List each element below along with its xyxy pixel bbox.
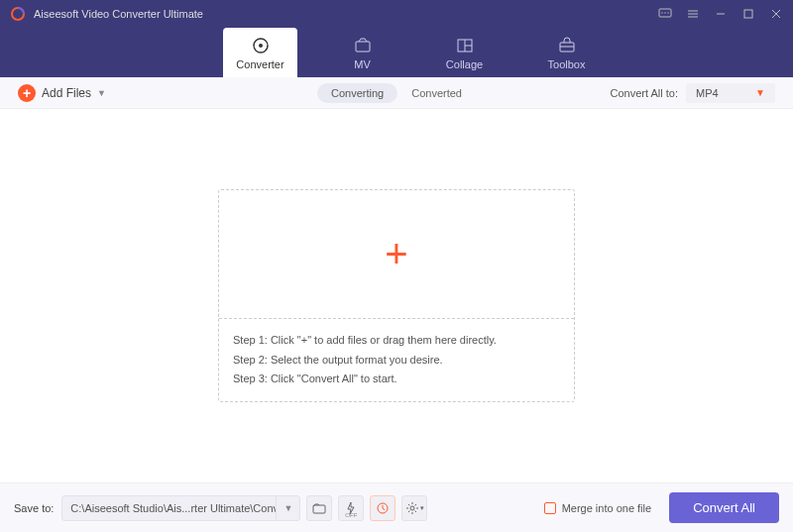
add-files-button[interactable]: + Add Files ▼ bbox=[18, 84, 106, 102]
svg-point-4 bbox=[667, 12, 668, 13]
open-folder-button[interactable] bbox=[306, 495, 332, 521]
plus-icon: + bbox=[18, 84, 36, 102]
hardware-accel-button[interactable]: OFF bbox=[338, 495, 364, 521]
dropzone-add[interactable]: + bbox=[219, 190, 574, 319]
convert-all-button[interactable]: Convert All bbox=[669, 492, 779, 523]
app-logo-icon bbox=[10, 6, 26, 22]
step-1: Step 1: Click "+" to add files or drag t… bbox=[233, 331, 560, 351]
save-path-box: C:\Aiseesoft Studio\Ais...rter Ultimate\… bbox=[61, 495, 300, 521]
plus-large-icon: + bbox=[385, 232, 407, 276]
format-value: MP4 bbox=[696, 87, 719, 99]
dropzone[interactable]: + Step 1: Click "+" to add files or drag… bbox=[218, 189, 575, 402]
tab-label: Collage bbox=[446, 58, 483, 70]
dropzone-steps: Step 1: Click "+" to add files or drag t… bbox=[219, 319, 574, 401]
step-3: Step 3: Click "Convert All" to start. bbox=[233, 370, 560, 389]
tab-collage[interactable]: Collage bbox=[427, 28, 502, 77]
app-title: Aiseesoft Video Converter Ultimate bbox=[34, 8, 658, 20]
feedback-icon[interactable] bbox=[658, 7, 672, 21]
svg-rect-20 bbox=[313, 505, 325, 513]
svg-point-13 bbox=[259, 44, 263, 48]
convert-all-to-label: Convert All to: bbox=[611, 87, 678, 99]
minimize-icon[interactable] bbox=[714, 7, 728, 21]
toolbox-icon bbox=[557, 36, 577, 55]
high-speed-button[interactable] bbox=[370, 495, 396, 521]
checkbox-icon bbox=[544, 502, 556, 514]
tab-toolbox[interactable]: Toolbox bbox=[529, 28, 604, 77]
save-path-value[interactable]: C:\Aiseesoft Studio\Ais...rter Ultimate\… bbox=[62, 502, 276, 514]
converter-icon bbox=[251, 36, 271, 55]
menu-icon[interactable] bbox=[686, 7, 700, 21]
mv-icon bbox=[353, 36, 373, 55]
path-dropdown[interactable]: ▼ bbox=[276, 496, 299, 520]
add-files-label: Add Files bbox=[42, 86, 91, 100]
tab-label: MV bbox=[354, 58, 371, 70]
close-icon[interactable] bbox=[769, 7, 783, 21]
merge-checkbox[interactable]: Merge into one file bbox=[544, 502, 652, 514]
titlebar: Aiseesoft Video Converter Ultimate bbox=[0, 0, 793, 28]
main-area: + Step 1: Click "+" to add files or drag… bbox=[0, 109, 793, 482]
status-segment: Converting Converted bbox=[317, 83, 476, 103]
svg-point-22 bbox=[410, 506, 414, 510]
svg-point-3 bbox=[664, 12, 665, 13]
chevron-down-icon: ▼ bbox=[755, 87, 765, 98]
svg-rect-14 bbox=[356, 42, 370, 52]
seg-converting[interactable]: Converting bbox=[317, 83, 397, 103]
svg-rect-9 bbox=[744, 10, 752, 18]
save-to-label: Save to: bbox=[14, 502, 54, 514]
seg-converted[interactable]: Converted bbox=[397, 83, 476, 103]
bottombar: Save to: C:\Aiseesoft Studio\Ais...rter … bbox=[0, 482, 793, 532]
tab-label: Toolbox bbox=[548, 58, 586, 70]
settings-button[interactable]: ▾ bbox=[401, 495, 427, 521]
step-2: Step 2: Select the output format you des… bbox=[233, 351, 560, 371]
chevron-down-icon: ▼ bbox=[97, 88, 106, 98]
tab-converter[interactable]: Converter bbox=[223, 28, 297, 77]
tabbar: Converter MV Collage Toolbox bbox=[0, 28, 793, 77]
maximize-icon[interactable] bbox=[741, 7, 755, 21]
toolbar: + Add Files ▼ Converting Converted Conve… bbox=[0, 77, 793, 109]
merge-label: Merge into one file bbox=[562, 502, 652, 514]
tab-label: Converter bbox=[236, 58, 283, 70]
format-select[interactable]: MP4 ▼ bbox=[686, 83, 775, 103]
collage-icon bbox=[455, 36, 475, 55]
tab-mv[interactable]: MV bbox=[325, 28, 399, 77]
svg-point-2 bbox=[661, 12, 662, 13]
